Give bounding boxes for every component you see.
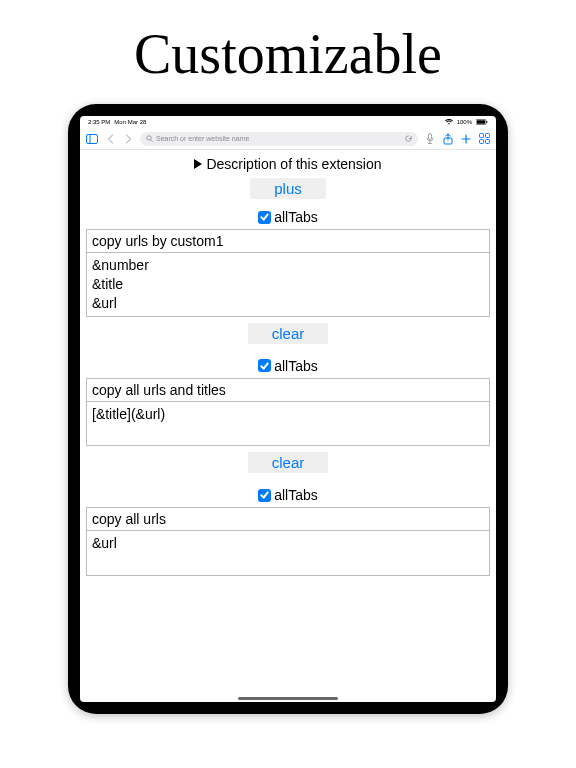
svg-line-6: [151, 140, 153, 142]
new-tab-icon[interactable]: [460, 133, 472, 145]
disclosure-triangle-icon: [194, 159, 202, 169]
template-input-1[interactable]: [86, 402, 490, 447]
search-icon: [146, 135, 153, 142]
checkbox-icon[interactable]: [258, 489, 271, 502]
tabs-icon[interactable]: [478, 133, 490, 145]
status-bar: 2:35 PM Mon Mar 28 100%: [80, 116, 496, 128]
alltabs-row-1[interactable]: allTabs: [86, 358, 490, 374]
template-input-0[interactable]: [86, 253, 490, 317]
hero-title: Customizable: [0, 22, 576, 86]
clear-button-1[interactable]: clear: [248, 452, 329, 473]
home-indicator: [238, 697, 338, 700]
battery-percent: 100%: [457, 119, 472, 125]
address-bar[interactable]: Search or enter website name: [140, 132, 418, 146]
mic-icon[interactable]: [424, 133, 436, 145]
reload-icon[interactable]: [405, 135, 412, 142]
svg-rect-12: [485, 134, 489, 138]
address-placeholder: Search or enter website name: [156, 135, 249, 142]
svg-rect-2: [486, 121, 487, 123]
forward-icon[interactable]: [122, 133, 134, 145]
title-input-0[interactable]: [86, 229, 490, 253]
checkbox-icon[interactable]: [258, 211, 271, 224]
browser-toolbar: Search or enter website name: [80, 128, 496, 150]
description-label: Description of this extension: [206, 156, 381, 172]
alltabs-label: allTabs: [274, 209, 318, 225]
description-disclosure[interactable]: Description of this extension: [86, 156, 490, 172]
plus-button[interactable]: plus: [250, 178, 326, 199]
screen: 2:35 PM Mon Mar 28 100%: [80, 116, 496, 702]
alltabs-row-2[interactable]: allTabs: [86, 487, 490, 503]
checkbox-icon[interactable]: [258, 359, 271, 372]
page-content: Description of this extension plus allTa…: [80, 150, 496, 702]
alltabs-row-0[interactable]: allTabs: [86, 209, 490, 225]
share-icon[interactable]: [442, 133, 454, 145]
wifi-icon: [445, 119, 453, 125]
svg-rect-7: [429, 134, 432, 140]
svg-rect-1: [477, 120, 485, 124]
back-icon[interactable]: [104, 133, 116, 145]
status-time: 2:35 PM: [88, 119, 110, 125]
alltabs-label: allTabs: [274, 487, 318, 503]
battery-icon: [476, 119, 488, 125]
title-input-1[interactable]: [86, 378, 490, 402]
sidebar-icon[interactable]: [86, 133, 98, 145]
alltabs-label: allTabs: [274, 358, 318, 374]
ipad-device-frame: 2:35 PM Mon Mar 28 100%: [68, 104, 508, 714]
template-input-2[interactable]: [86, 531, 490, 576]
svg-rect-14: [485, 140, 489, 144]
svg-rect-11: [479, 134, 483, 138]
svg-rect-13: [479, 140, 483, 144]
svg-rect-3: [87, 134, 98, 143]
status-date: Mon Mar 28: [114, 119, 146, 125]
clear-button-0[interactable]: clear: [248, 323, 329, 344]
title-input-2[interactable]: [86, 507, 490, 531]
